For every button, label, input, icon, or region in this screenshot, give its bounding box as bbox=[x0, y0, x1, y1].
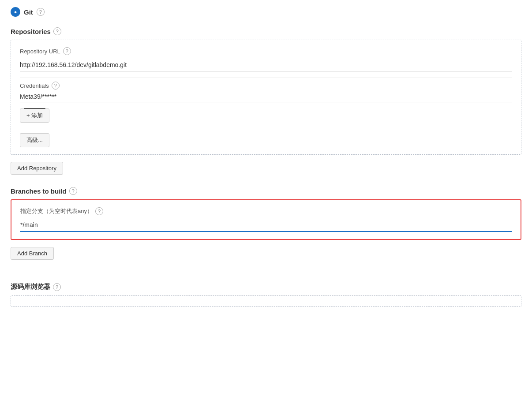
repositories-label: Repositories bbox=[11, 28, 51, 35]
credentials-help-icon[interactable]: ? bbox=[52, 82, 60, 90]
advanced-button[interactable]: 高级... bbox=[20, 133, 49, 147]
page-title: Git bbox=[24, 8, 33, 16]
branches-section: Branches to build ? 指定分支（为空时代表any） ? Add… bbox=[11, 187, 521, 272]
branch-field-help-icon[interactable]: ? bbox=[95, 207, 103, 215]
source-browser-help-icon[interactable]: ? bbox=[53, 283, 61, 291]
git-help-icon[interactable]: ? bbox=[37, 8, 45, 16]
credentials-label: Credentials bbox=[20, 82, 49, 89]
branches-label: Branches to build bbox=[11, 187, 67, 195]
page-header: ● Git ? bbox=[11, 7, 521, 17]
source-browser-header: 源码库浏览器 ? bbox=[11, 283, 521, 291]
source-browser-label: 源码库浏览器 bbox=[11, 283, 50, 291]
credentials-section: Credentials ? Meta39/****** bbox=[20, 82, 512, 102]
repositories-help-icon[interactable]: ? bbox=[53, 27, 61, 35]
credentials-row: Meta39/****** bbox=[20, 93, 512, 100]
add-credentials-button-label: + 添加 bbox=[26, 112, 43, 120]
add-credentials-button[interactable]: + 添加 bbox=[20, 108, 49, 123]
branch-field-label-row: 指定分支（为空时代表any） ? bbox=[20, 207, 512, 215]
advanced-button-label: 高级... bbox=[26, 136, 43, 144]
repository-url-input[interactable] bbox=[20, 59, 512, 71]
branches-help-icon[interactable]: ? bbox=[69, 187, 77, 195]
source-browser-box bbox=[11, 295, 521, 307]
credentials-value: Meta39/****** bbox=[20, 93, 512, 100]
repository-url-label-row: Repository URL ? bbox=[20, 47, 512, 55]
add-repository-button-container: Add Repository bbox=[11, 162, 521, 175]
branch-field-label: 指定分支（为空时代表any） bbox=[20, 207, 93, 215]
branches-box: 指定分支（为空时代表any） ? bbox=[11, 199, 521, 240]
repository-url-label: Repository URL bbox=[20, 48, 60, 55]
add-repository-button[interactable]: Add Repository bbox=[11, 162, 63, 175]
branches-header: Branches to build ? bbox=[11, 187, 521, 195]
repository-url-help-icon[interactable]: ? bbox=[63, 47, 71, 55]
add-branch-button-label: Add Branch bbox=[17, 250, 47, 257]
repository-url-section: Repository URL ? bbox=[20, 47, 512, 71]
git-status-indicator: ● bbox=[11, 7, 20, 17]
credentials-label-row: Credentials ? bbox=[20, 82, 512, 90]
add-repository-button-label: Add Repository bbox=[17, 165, 56, 172]
branch-input[interactable] bbox=[20, 219, 512, 232]
add-branch-button[interactable]: Add Branch bbox=[11, 247, 54, 260]
repositories-box: Repository URL ? Credentials ? Meta39/**… bbox=[11, 40, 521, 155]
repositories-header: Repositories ? bbox=[11, 27, 521, 35]
divider-1 bbox=[20, 78, 512, 78]
source-browser-section: 源码库浏览器 ? bbox=[11, 283, 521, 307]
